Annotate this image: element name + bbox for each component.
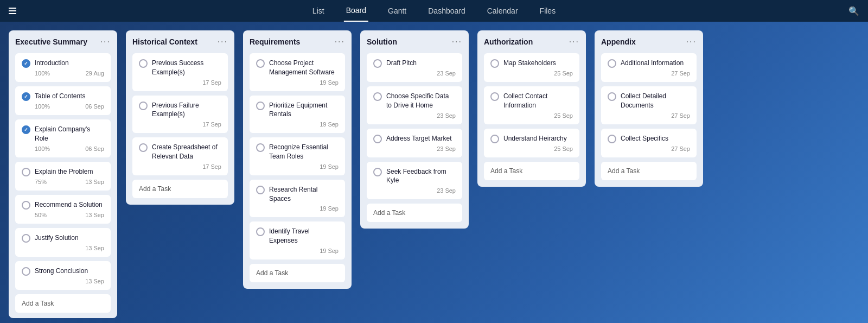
task-name: Recommend a Solution — [35, 200, 104, 210]
task-meta: 19 Sep — [256, 163, 339, 170]
column-header-historical-context: Historical Context··· — [132, 37, 228, 47]
task-meta: 17 Sep — [139, 163, 221, 170]
task-date: 19 Sep — [320, 248, 339, 254]
task-card: Choose Project Management Software19 Sep — [250, 53, 345, 91]
task-card: Recognize Essential Team Roles19 Sep — [250, 137, 345, 175]
task-progress: 75% — [35, 179, 47, 185]
add-task-button-appendix[interactable]: Add a Task — [601, 162, 697, 180]
task-card: Previous Success Example(s)17 Sep — [132, 53, 228, 91]
task-checkbox[interactable] — [373, 135, 382, 143]
task-meta: 19 Sep — [256, 248, 339, 254]
task-checkbox[interactable] — [373, 168, 382, 176]
nav-item-board[interactable]: Board — [344, 0, 368, 22]
column-menu-executive-summary[interactable]: ··· — [100, 37, 111, 47]
task-meta: 19 Sep — [256, 121, 339, 128]
task-card: Seek Feedback from Kyle23 Sep — [367, 162, 462, 200]
task-name: Prioritize Equipment Rentals — [269, 101, 339, 119]
hamburger-icon[interactable] — [9, 8, 16, 14]
add-task-button-solution[interactable]: Add a Task — [367, 204, 462, 222]
column-authorization: Authorization···Map Stakeholders25 SepCo… — [477, 30, 586, 187]
task-name: Create Spreadsheet of Relevant Data — [152, 143, 221, 161]
task-checkbox[interactable] — [608, 92, 616, 101]
column-menu-authorization[interactable]: ··· — [569, 37, 579, 47]
task-checkbox[interactable] — [22, 92, 30, 101]
task-checkbox[interactable] — [490, 92, 499, 101]
column-menu-historical-context[interactable]: ··· — [218, 37, 228, 47]
column-header-requirements: Requirements··· — [250, 37, 345, 47]
column-menu-appendix[interactable]: ··· — [686, 37, 697, 47]
task-meta: 25 Sep — [490, 112, 573, 119]
task-meta: 23 Sep — [373, 187, 456, 194]
task-checkbox[interactable] — [490, 59, 499, 68]
nav-item-gantt[interactable]: Gantt — [386, 0, 409, 22]
task-checkbox[interactable] — [22, 201, 30, 210]
task-date: 23 Sep — [437, 70, 456, 77]
task-checkbox[interactable] — [256, 102, 265, 110]
task-checkbox[interactable] — [373, 59, 382, 68]
task-checkbox[interactable] — [22, 125, 30, 134]
task-meta: 23 Sep — [373, 70, 456, 77]
task-name: Collect Contact Information — [503, 92, 573, 110]
task-checkbox[interactable] — [139, 143, 148, 152]
task-checkbox[interactable] — [22, 168, 30, 176]
task-checkbox[interactable] — [139, 59, 148, 68]
column-executive-summary: Executive Summary···Introduction100%29 A… — [9, 30, 117, 318]
column-header-solution: Solution··· — [367, 37, 462, 47]
add-task-button-historical-context[interactable]: Add a Task — [132, 180, 228, 198]
task-checkbox[interactable] — [22, 267, 30, 276]
task-checkbox[interactable] — [139, 102, 148, 110]
column-menu-solution[interactable]: ··· — [452, 37, 462, 47]
column-title-historical-context: Historical Context — [132, 37, 197, 46]
task-card: Choose Specific Data to Drive it Home23 … — [367, 86, 462, 124]
nav-item-dashboard[interactable]: Dashboard — [426, 0, 468, 22]
task-meta: 19 Sep — [256, 205, 339, 212]
task-meta: 25 Sep — [490, 70, 573, 77]
task-checkbox[interactable] — [22, 234, 30, 243]
task-name: Choose Project Management Software — [269, 59, 339, 77]
task-checkbox[interactable] — [373, 92, 382, 101]
search-button[interactable]: 🔍 — [848, 6, 859, 16]
column-title-authorization: Authorization — [484, 37, 533, 46]
task-checkbox[interactable] — [256, 59, 265, 68]
task-card: Recommend a Solution50%13 Sep — [15, 195, 111, 224]
task-name: Explain the Problem — [35, 167, 104, 176]
task-date: 29 Aug — [86, 70, 104, 77]
task-name: Identify Travel Expenses — [269, 227, 339, 245]
search-icon[interactable]: 🔍 — [848, 7, 859, 16]
task-card: Prioritize Equipment Rentals19 Sep — [250, 96, 345, 134]
task-progress: 100% — [35, 70, 50, 77]
task-meta: 19 Sep — [256, 79, 339, 86]
task-date: 19 Sep — [320, 79, 339, 86]
nav-menu: ListBoardGanttDashboardCalendarFiles — [310, 0, 558, 22]
task-card: Table of Contents100%06 Sep — [15, 86, 111, 115]
task-name: Research Rental Spaces — [269, 185, 339, 204]
add-task-button-requirements[interactable]: Add a Task — [250, 264, 345, 282]
nav-item-calendar[interactable]: Calendar — [485, 0, 520, 22]
task-meta: 23 Sep — [373, 145, 456, 152]
task-name: Address Target Market — [386, 134, 456, 143]
nav-item-list[interactable]: List — [310, 0, 327, 22]
task-date: 23 Sep — [437, 145, 456, 152]
task-checkbox[interactable] — [490, 135, 499, 143]
task-checkbox[interactable] — [22, 59, 30, 68]
board-area: Executive Summary···Introduction100%29 A… — [0, 22, 868, 323]
add-task-button-authorization[interactable]: Add a Task — [484, 162, 579, 180]
task-progress: 50% — [35, 212, 47, 218]
task-checkbox[interactable] — [608, 59, 616, 68]
task-date: 19 Sep — [320, 205, 339, 212]
column-title-appendix: Appendix — [601, 37, 636, 46]
task-checkbox[interactable] — [608, 135, 616, 143]
task-checkbox[interactable] — [256, 143, 265, 152]
task-progress: 100% — [35, 145, 50, 152]
task-date: 19 Sep — [320, 163, 339, 170]
task-card: Strong Conclusion13 Sep — [15, 261, 111, 290]
task-checkbox[interactable] — [256, 186, 265, 194]
task-meta: 27 Sep — [608, 112, 690, 119]
add-task-button-executive-summary[interactable]: Add a Task — [15, 294, 111, 313]
column-menu-requirements[interactable]: ··· — [335, 37, 345, 47]
task-card: Justify Solution13 Sep — [15, 228, 111, 257]
task-checkbox[interactable] — [256, 227, 265, 236]
nav-item-files[interactable]: Files — [538, 0, 558, 22]
task-name: Map Stakeholders — [503, 59, 573, 68]
column-title-requirements: Requirements — [250, 37, 300, 46]
